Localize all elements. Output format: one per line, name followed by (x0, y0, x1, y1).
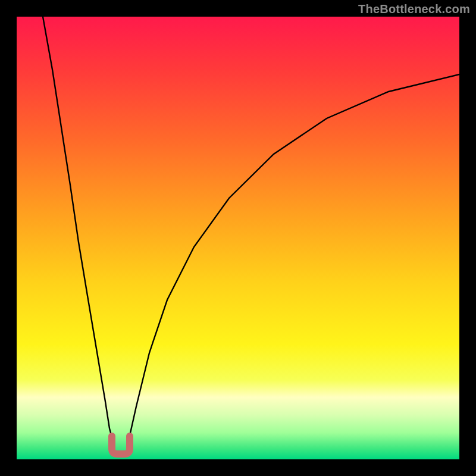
plot-area (17, 17, 459, 459)
minimum-marker (112, 436, 130, 454)
watermark-text: TheBottleneck.com (358, 2, 470, 16)
curves-layer (17, 17, 459, 459)
left-curve (43, 17, 114, 446)
chart-frame: TheBottleneck.com (0, 0, 476, 476)
right-curve (127, 74, 459, 446)
